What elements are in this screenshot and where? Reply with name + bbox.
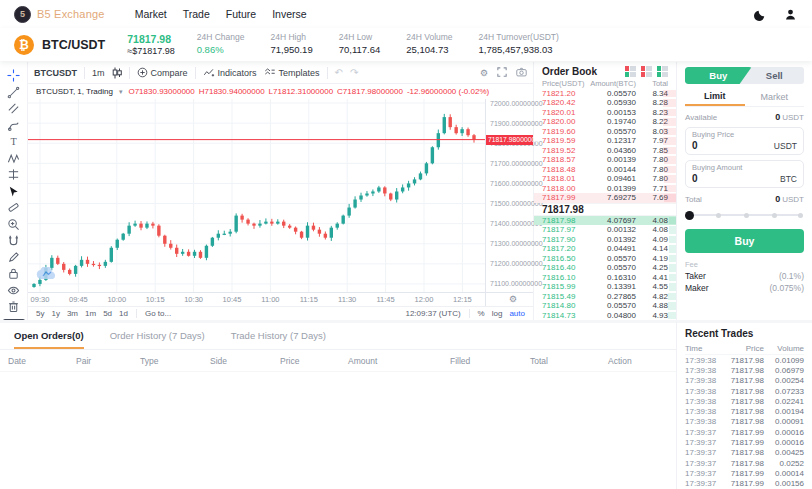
long-position-icon[interactable] bbox=[6, 168, 22, 181]
symbol-button[interactable]: BTCUSDT bbox=[34, 68, 77, 78]
nav-item-trade[interactable]: Trade bbox=[183, 8, 210, 20]
order-book-row[interactable]: 71816.400.055704.25 bbox=[534, 263, 676, 273]
xabcd-pattern-icon[interactable] bbox=[6, 152, 22, 165]
order-book-row[interactable]: 71814.730.048004.93 bbox=[534, 311, 676, 321]
order-book-row[interactable]: 71815.490.278654.82 bbox=[534, 292, 676, 302]
buying-price-input[interactable]: 0 bbox=[692, 140, 698, 151]
chevron-down-icon[interactable]: ▾ bbox=[119, 88, 123, 96]
tab-market[interactable]: Market bbox=[745, 87, 805, 106]
slider-dot-75[interactable] bbox=[772, 213, 777, 218]
drawing-pencil-icon[interactable] bbox=[6, 251, 22, 264]
account-user-icon[interactable] bbox=[782, 8, 798, 21]
tab-limit[interactable]: Limit bbox=[685, 87, 745, 106]
measure-icon[interactable] bbox=[6, 201, 22, 214]
legend-symbol[interactable]: BTCUSDT, 1, Trading bbox=[36, 87, 113, 96]
order-book-mid-price[interactable]: 71817.98 bbox=[534, 203, 676, 216]
crosshair-icon[interactable] bbox=[6, 69, 22, 82]
order-book-row[interactable]: 71818.570.001397.80 bbox=[534, 155, 676, 165]
settings-gear-icon[interactable]: ⚙ bbox=[480, 68, 488, 78]
scale-%[interactable]: % bbox=[478, 309, 485, 318]
order-book-row[interactable]: 71819.590.123177.97 bbox=[534, 136, 676, 146]
order-book-row[interactable]: 71818.000.013997.71 bbox=[534, 184, 676, 194]
range-1d[interactable]: 1d bbox=[119, 309, 128, 318]
buying-amount-field[interactable]: Buying Amount 0 BTC bbox=[685, 160, 804, 188]
nav-item-market[interactable]: Market bbox=[135, 8, 167, 20]
order-book-row[interactable]: 71815.990.133914.55 bbox=[534, 282, 676, 292]
fullscreen-icon[interactable] bbox=[497, 67, 507, 79]
order-book-row[interactable]: 71817.970.001324.08 bbox=[534, 225, 676, 235]
order-book-row[interactable]: 71819.600.055708.03 bbox=[534, 127, 676, 137]
scale-auto[interactable]: auto bbox=[509, 309, 525, 318]
orders-tab-2[interactable]: Trade History (7 Days) bbox=[231, 323, 326, 349]
nav-item-inverse[interactable]: Inverse bbox=[272, 8, 306, 20]
order-book-row[interactable]: 71817.984.076974.08 bbox=[534, 216, 676, 226]
orders-tab-1[interactable]: Order History (7 Days) bbox=[110, 323, 205, 349]
range-5d[interactable]: 5d bbox=[103, 309, 112, 318]
order-book-row[interactable]: 71817.997.692757.69 bbox=[534, 193, 676, 203]
range-1m[interactable]: 1m bbox=[85, 309, 96, 318]
time-axis[interactable]: ⚙ 09:3009:4510:0010:1510:3010:4511:0011:… bbox=[28, 292, 533, 306]
brush-icon[interactable] bbox=[6, 119, 22, 132]
order-book-mode-sells-icon[interactable] bbox=[641, 66, 652, 77]
range-5y[interactable]: 5y bbox=[36, 309, 44, 318]
text-tool-icon[interactable]: T bbox=[6, 135, 22, 148]
order-book-row[interactable]: 71817.900.013924.09 bbox=[534, 235, 676, 245]
magnet-icon[interactable] bbox=[6, 234, 22, 247]
trade-row: 17:39:3871817.980.02241 bbox=[685, 396, 804, 406]
price-axis[interactable]: 72000.0000000071900.0000000071800.000000… bbox=[485, 99, 533, 292]
order-book-row[interactable]: 71820.000.197408.22 bbox=[534, 117, 676, 127]
order-book-row[interactable]: 71820.010.001538.23 bbox=[534, 108, 676, 118]
ob-amount: 0.00144 bbox=[588, 165, 636, 174]
zoom-in-icon[interactable] bbox=[6, 218, 22, 231]
trade-volume: 0.06979 bbox=[764, 366, 804, 375]
order-book-row[interactable]: 71821.200.055708.34 bbox=[534, 89, 676, 99]
scale-log[interactable]: log bbox=[492, 309, 503, 318]
fib-retracement-icon[interactable] bbox=[6, 102, 22, 115]
order-book-row[interactable]: 71820.420.059308.28 bbox=[534, 98, 676, 108]
range-3m[interactable]: 3m bbox=[67, 309, 78, 318]
buying-amount-input[interactable]: 0 bbox=[692, 173, 698, 184]
buy-tab[interactable]: Buy bbox=[685, 67, 752, 84]
orders-tab-0[interactable]: Open Orders(0) bbox=[14, 323, 84, 349]
redo-icon[interactable]: ↷ bbox=[350, 67, 358, 78]
order-book-row[interactable]: 71819.520.043607.85 bbox=[534, 146, 676, 156]
nav-item-future[interactable]: Future bbox=[226, 8, 256, 20]
sell-tab[interactable]: Sell bbox=[745, 67, 805, 84]
compare-button[interactable]: Compare bbox=[137, 67, 188, 78]
templates-button[interactable]: Templates bbox=[264, 67, 320, 78]
lock-drawings-icon[interactable] bbox=[6, 267, 22, 280]
order-book-row[interactable]: 71818.480.001447.80 bbox=[534, 165, 676, 175]
order-book-row[interactable]: 71816.100.163104.41 bbox=[534, 273, 676, 283]
axis-settings-gear-icon[interactable]: ⚙ bbox=[509, 294, 517, 304]
camera-icon[interactable] bbox=[516, 67, 527, 79]
range-1y[interactable]: 1y bbox=[51, 309, 59, 318]
order-book-row[interactable]: 71817.200.044914.14 bbox=[534, 244, 676, 254]
slider-dot-100[interactable] bbox=[798, 213, 803, 218]
trend-line-icon[interactable] bbox=[6, 86, 22, 99]
remove-drawings-trash-icon[interactable] bbox=[6, 300, 22, 313]
arrow-tool-icon[interactable] bbox=[6, 185, 22, 198]
interval-button[interactable]: 1m bbox=[92, 68, 105, 78]
clock[interactable]: 12:09:37 (UTC) bbox=[405, 309, 460, 318]
order-book-mode-buys-icon[interactable] bbox=[657, 66, 668, 77]
slider-dot-50[interactable] bbox=[744, 213, 749, 218]
order-book-row[interactable]: 71818.010.094617.80 bbox=[534, 174, 676, 184]
pair-name[interactable]: BTC/USDT bbox=[42, 38, 105, 52]
chart-canvas[interactable]: 72000.0000000071900.0000000071800.000000… bbox=[28, 99, 533, 292]
slider-dot-25[interactable] bbox=[716, 213, 721, 218]
brand[interactable]: 5 B5 Exchange bbox=[14, 6, 105, 23]
order-book-mode-both-icon[interactable] bbox=[625, 66, 636, 77]
buy-submit-button[interactable]: Buy bbox=[685, 229, 804, 253]
amount-percent-slider[interactable] bbox=[685, 208, 804, 222]
order-book-row[interactable]: 71814.800.055704.88 bbox=[534, 301, 676, 311]
hide-drawings-eye-icon[interactable] bbox=[6, 284, 22, 297]
slider-knob[interactable] bbox=[685, 211, 694, 220]
indicators-button[interactable]: Indicators bbox=[203, 67, 257, 78]
undo-icon[interactable]: ↶ bbox=[335, 67, 343, 78]
dark-mode-moon-icon[interactable] bbox=[752, 8, 768, 21]
brand-logo-icon: 5 bbox=[14, 6, 31, 23]
buying-price-field[interactable]: Buying Price 0 USDT bbox=[685, 127, 804, 155]
goto-button[interactable]: Go to... bbox=[145, 309, 171, 318]
candle-style-icon[interactable] bbox=[112, 67, 122, 79]
order-book-row[interactable]: 71816.500.055704.19 bbox=[534, 254, 676, 264]
